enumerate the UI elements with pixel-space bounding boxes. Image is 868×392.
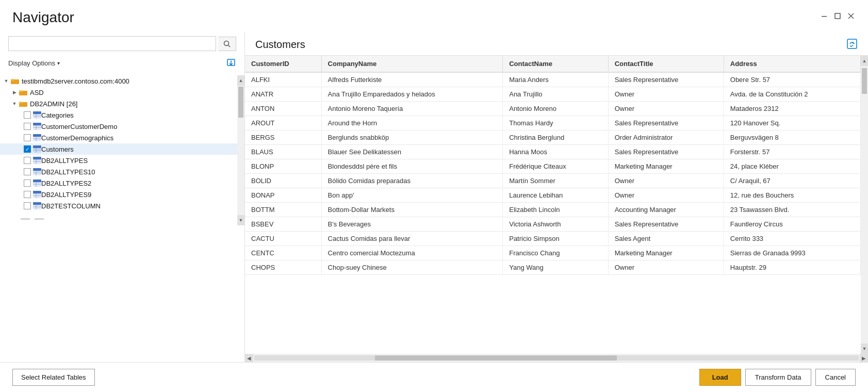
tree-item-customerDemographics[interactable]: CustomerDemographics bbox=[0, 132, 237, 143]
checkbox-customers[interactable]: ✓ bbox=[24, 145, 31, 153]
tree-scrollbar[interactable]: ▲ ▼ bbox=[237, 75, 244, 225]
svg-rect-32 bbox=[33, 145, 41, 148]
table-cell: Forsterstr. 57 bbox=[724, 145, 860, 159]
tree-item-db2admin[interactable]: ▼ DB2ADMIN [26] bbox=[0, 98, 237, 109]
minimize-button[interactable] bbox=[820, 11, 829, 21]
svg-rect-27 bbox=[33, 134, 41, 137]
table-cell: Sales Agent bbox=[608, 232, 724, 246]
table-cell: BSBEV bbox=[245, 217, 321, 232]
table-row: CENTCCentro comercial MoctezumaFrancisco… bbox=[245, 246, 861, 260]
checkbox-db2alltypes9[interactable] bbox=[24, 191, 31, 198]
tree-area: ▼ testibmdb2server.contoso.com:4000 ▶ bbox=[0, 73, 244, 362]
table-icon-db2alltypes9 bbox=[33, 191, 41, 198]
table-cell: CACTU bbox=[245, 232, 321, 246]
table-cell: Owner bbox=[608, 260, 724, 275]
table-scroll-thumb[interactable] bbox=[862, 68, 867, 94]
search-button[interactable] bbox=[218, 37, 236, 51]
table-scroll-left-button[interactable]: ◀ bbox=[245, 354, 253, 362]
table-icon-db2alltypes bbox=[33, 157, 41, 164]
tree-item-db2testcolumn[interactable]: DB2TESTCOLUMN bbox=[0, 200, 237, 211]
tree-item-customerCustomerDemo[interactable]: CustomerCustomerDemo bbox=[0, 121, 237, 132]
cancel-button[interactable]: Cancel bbox=[815, 369, 856, 386]
tree-item-db2alltypes10[interactable]: DB2ALLTYPES10 bbox=[0, 166, 237, 177]
tree-item-customers[interactable]: ✓ Customers bbox=[0, 143, 237, 155]
table-cell: Centro comercial Moctezuma bbox=[321, 246, 503, 260]
svg-point-4 bbox=[224, 41, 229, 45]
table-cell: Bólido Comidas preparadas bbox=[321, 174, 503, 188]
search-icon bbox=[223, 40, 231, 47]
table-cell: Berguvsvägen 8 bbox=[724, 130, 860, 145]
table-h-scroll-track bbox=[254, 355, 859, 361]
refresh-button[interactable] bbox=[846, 38, 858, 51]
table-cell: Maria Anders bbox=[503, 72, 608, 87]
table-cell: ANTON bbox=[245, 102, 321, 116]
scroll-up-button[interactable]: ▲ bbox=[237, 75, 244, 86]
table-scroll-right-button[interactable]: ▶ bbox=[860, 354, 868, 362]
table-cell: Cerrito 333 bbox=[724, 232, 860, 246]
table-cell: Sales Representative bbox=[608, 72, 724, 87]
svg-rect-1 bbox=[835, 13, 840, 19]
tree-item-server[interactable]: ▼ testibmdb2server.contoso.com:4000 bbox=[0, 75, 237, 87]
tree-item-db2alltypes[interactable]: DB2ALLTYPES bbox=[0, 155, 237, 166]
load-button[interactable]: Load bbox=[699, 369, 741, 386]
table-cell: Owner bbox=[608, 102, 724, 116]
tree-item-db2alltypes9[interactable]: DB2ALLTYPES9 bbox=[0, 189, 237, 200]
checkbox-customerDemographics[interactable] bbox=[24, 134, 31, 141]
table-cell: Accounting Manager bbox=[608, 203, 724, 217]
scroll-down-button[interactable]: ▼ bbox=[237, 215, 244, 225]
select-related-tables-button[interactable]: Select Related Tables bbox=[12, 369, 95, 386]
checkbox-customerCustomerDemo[interactable] bbox=[24, 123, 31, 130]
table-scroll-inner: CustomerID CompanyName ContactName Conta… bbox=[245, 56, 861, 354]
table-row: BSBEVB's BeveragesVictoria AshworthSales… bbox=[245, 217, 861, 232]
table-scroll-area: CustomerID CompanyName ContactName Conta… bbox=[245, 56, 868, 354]
db2alltypes-label: DB2ALLTYPES bbox=[41, 157, 88, 165]
search-area bbox=[0, 32, 244, 55]
table-scroll-down-button[interactable]: ▼ bbox=[861, 344, 868, 354]
table-cell: Bon app' bbox=[321, 188, 503, 203]
table-scroll-up-button[interactable]: ▲ bbox=[861, 56, 868, 66]
table-cell: Obere Str. 57 bbox=[724, 72, 860, 87]
checkbox-db2alltypes10[interactable] bbox=[24, 168, 31, 175]
server-folder-icon bbox=[10, 77, 20, 85]
table-row: BERGSBerglunds snabbköpChristina Berglun… bbox=[245, 130, 861, 145]
table-cell: Sales Representative bbox=[608, 217, 724, 232]
svg-rect-17 bbox=[33, 111, 41, 114]
table-cell: 12, rue des Bouchers bbox=[724, 188, 860, 203]
scroll-thumb[interactable] bbox=[238, 87, 243, 118]
table-h-scrollbar[interactable]: ◀ ▶ bbox=[245, 354, 868, 362]
svg-rect-13 bbox=[19, 90, 23, 92]
search-input[interactable] bbox=[8, 36, 216, 51]
checkbox-categories[interactable] bbox=[24, 111, 31, 119]
table-row: ALFKIAlfreds FutterkisteMaria AndersSale… bbox=[245, 72, 861, 87]
table-cell: Avda. de la Constitución 2 bbox=[724, 87, 860, 102]
table-h-scroll-thumb[interactable] bbox=[375, 355, 617, 361]
table-row: BOTTMBottom-Dollar MarketsElizabeth Linc… bbox=[245, 203, 861, 217]
table-cell: ALFKI bbox=[245, 72, 321, 87]
transform-data-button[interactable]: Transform Data bbox=[745, 369, 811, 386]
table-cell: Order Administrator bbox=[608, 130, 724, 145]
import-icon[interactable] bbox=[226, 57, 236, 69]
checkbox-db2alltypes2[interactable] bbox=[24, 179, 31, 187]
table-cell: Owner bbox=[608, 87, 724, 102]
table-v-scrollbar[interactable]: ▲ ▼ bbox=[861, 56, 868, 354]
table-cell: Patricio Simpson bbox=[503, 232, 608, 246]
checkbox-db2alltypes[interactable] bbox=[24, 157, 31, 164]
tree-item-categories[interactable]: Categories bbox=[0, 109, 237, 121]
db2alltypes2-label: DB2ALLTYPES2 bbox=[41, 179, 91, 187]
close-button[interactable] bbox=[846, 11, 856, 21]
table-cell: Laurence Lebihan bbox=[503, 188, 608, 203]
tree-content: ▼ testibmdb2server.contoso.com:4000 ▶ bbox=[0, 75, 237, 225]
tree-item-asd[interactable]: ▶ ASD bbox=[0, 87, 237, 98]
tree-item-db2alltypes2[interactable]: DB2ALLTYPES2 bbox=[0, 177, 237, 189]
table-cell: BERGS bbox=[245, 130, 321, 145]
svg-line-5 bbox=[228, 45, 231, 47]
svg-rect-11 bbox=[11, 79, 14, 80]
maximize-button[interactable] bbox=[833, 11, 842, 21]
svg-rect-15 bbox=[19, 102, 23, 103]
bottom-bar: Select Related Tables Load Transform Dat… bbox=[0, 362, 868, 392]
table-cell: Berglunds snabbköp bbox=[321, 130, 503, 145]
checkbox-db2testcolumn[interactable] bbox=[24, 202, 31, 209]
table-cell: Marketing Manager bbox=[608, 246, 724, 260]
table-cell: BOTTM bbox=[245, 203, 321, 217]
display-options-button[interactable]: Display Options ▾ bbox=[8, 59, 60, 67]
